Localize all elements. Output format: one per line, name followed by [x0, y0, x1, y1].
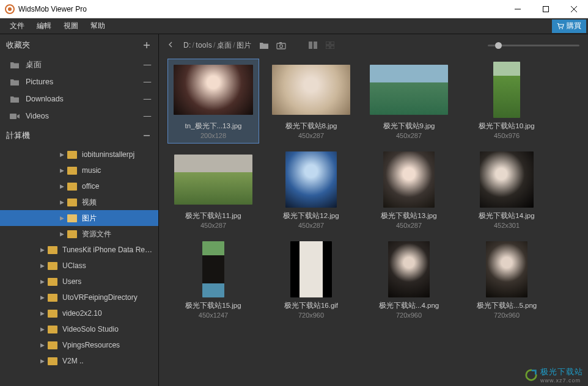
crumb-seg[interactable]: D: — [183, 41, 191, 49]
open-folder-button[interactable] — [259, 40, 269, 50]
chevron-right-icon: ▶ — [38, 263, 46, 269]
thumbnail-item[interactable]: 极光下载站...4.png720x960 — [363, 238, 455, 323]
thumbnail-size-slider[interactable] — [488, 45, 579, 46]
breadcrumb[interactable]: D:/tools/桌面/图片 — [183, 40, 252, 51]
svg-point-1 — [8, 7, 12, 11]
tree-item-label: 图片 — [82, 213, 153, 224]
thumbnail-dimensions: 450x287 — [200, 222, 226, 229]
favorite-label: Pictures — [26, 78, 53, 86]
folder-tree[interactable]: ▶iobituninstallerpj▶music▶office▶视频▶图片▶资… — [0, 147, 158, 386]
thumbnail-item[interactable]: 极光下载站16.gif720x960 — [265, 238, 357, 323]
remove-favorite-button[interactable]: — — [142, 78, 152, 86]
menu-file[interactable]: 文件 — [4, 18, 31, 34]
tree-item[interactable]: ▶资源文件 — [0, 226, 158, 242]
plus-icon — [143, 42, 150, 49]
svg-point-11 — [279, 45, 282, 48]
crumb-seg[interactable]: 图片 — [237, 41, 252, 49]
thumbnail-item[interactable]: 极光下载站15.jpg450x1247 — [167, 238, 259, 323]
tree-item[interactable]: ▶图片 — [0, 210, 158, 226]
crumb-seg[interactable]: tools — [196, 41, 212, 49]
computer-header: 計算機 — [0, 125, 158, 147]
thumbnail-item[interactable]: tn_极光下...13.jpg200x128 — [167, 59, 259, 144]
thumbnail-item[interactable]: 极光下载站11.jpg450x287 — [167, 148, 259, 233]
tree-item[interactable]: ▶视频 — [0, 194, 158, 210]
maximize-button[interactable] — [532, 0, 560, 18]
minimize-button[interactable] — [504, 0, 532, 18]
favorite-videos[interactable]: Videos— — [0, 107, 158, 125]
folder-icon — [67, 151, 77, 159]
tree-item[interactable]: ▶VideoSolo Studio — [0, 321, 158, 337]
tree-item-label: VpingsResources — [62, 341, 153, 349]
chevron-right-icon: ▶ — [38, 310, 46, 316]
nav-back-button[interactable] — [167, 41, 176, 49]
thumbnail-item[interactable]: 极光下载站14.jpg452x301 — [461, 148, 553, 233]
thumbnail-image — [480, 151, 534, 208]
svg-rect-18 — [331, 46, 334, 49]
close-button[interactable] — [560, 0, 588, 18]
menu-help[interactable]: 幫助 — [84, 18, 111, 34]
thumbnail-dimensions: 720x960 — [298, 311, 324, 319]
thumbnail-dimensions: 720x960 — [494, 311, 520, 319]
crumb-seg[interactable]: 桌面 — [217, 41, 232, 49]
remove-favorite-button[interactable]: — — [142, 112, 152, 120]
view-list-button[interactable] — [325, 40, 335, 50]
chevron-right-icon: ▶ — [57, 215, 66, 221]
folder-icon — [48, 246, 57, 254]
tree-item[interactable]: ▶VpingsResources — [0, 337, 158, 353]
tree-item[interactable]: ▶UtoVRFeipingDirectory — [0, 290, 158, 305]
tree-item[interactable]: ▶iobituninstallerpj — [0, 147, 158, 162]
tree-item-label: office — [82, 182, 153, 191]
tree-item-label: 视频 — [82, 197, 153, 208]
chevron-right-icon: ▶ — [38, 326, 46, 332]
thumbnail-dimensions: 200x128 — [200, 132, 226, 139]
chevron-right-icon: ▶ — [38, 294, 46, 300]
thumbnail-filename: 极光下载站13.jpg — [381, 211, 436, 220]
add-favorite-button[interactable] — [141, 40, 152, 51]
tree-item-label: music — [82, 166, 153, 175]
collapse-computer-button[interactable] — [141, 130, 152, 141]
menu-view[interactable]: 視圖 — [57, 18, 84, 34]
tree-item[interactable]: ▶music — [0, 162, 158, 178]
folder-icon — [10, 61, 20, 69]
pathbar: D:/tools/桌面/图片 — [159, 34, 588, 56]
favorite-label: Videos — [26, 112, 49, 120]
menu-edit[interactable]: 編輯 — [31, 18, 57, 34]
chevron-right-icon: ▶ — [38, 358, 46, 364]
thumbnail-item[interactable]: 极光下载站8.jpg450x287 — [265, 59, 357, 144]
thumbnail-filename: 极光下载站16.gif — [284, 301, 338, 310]
cart-icon — [557, 23, 564, 30]
tree-item[interactable]: ▶Users — [0, 274, 158, 290]
thumbnail-item[interactable]: 极光下载站9.jpg450x287 — [363, 59, 455, 144]
buy-button[interactable]: 購買 — [552, 20, 586, 33]
favorite-downloads[interactable]: Downloads— — [0, 90, 158, 107]
favorite-label: Downloads — [26, 95, 64, 103]
svg-point-7 — [562, 27, 563, 29]
svg-rect-10 — [277, 43, 285, 49]
thumbnail-image — [388, 241, 430, 297]
list-icon — [326, 42, 334, 49]
folder-icon — [48, 310, 57, 318]
tree-item-label: video2x2.10 — [62, 309, 153, 318]
thumbnail-item[interactable]: 极光下载站10.jpg450x976 — [461, 59, 553, 144]
remove-favorite-button[interactable]: — — [142, 95, 152, 103]
favorite-pictures[interactable]: Pictures— — [0, 73, 158, 90]
thumbnail-item[interactable]: 极光下载站13.jpg450x287 — [363, 148, 455, 233]
tree-item-label: V2M .. — [62, 357, 153, 365]
tree-item[interactable]: ▶office — [0, 178, 158, 194]
favorite-桌面[interactable]: 桌面— — [0, 56, 158, 73]
tree-item[interactable]: ▶TunesKit iPhone Data Recov... — [0, 242, 158, 258]
thumbnail-filename: 极光下载站15.jpg — [185, 301, 241, 310]
view-grid-button[interactable] — [308, 40, 318, 50]
titlebar: WidsMob Viewer Pro — [0, 0, 588, 18]
tree-item[interactable]: ▶video2x2.10 — [0, 305, 158, 321]
tree-item[interactable]: ▶UClass — [0, 258, 158, 274]
camera-import-button[interactable] — [276, 40, 286, 50]
chevron-right-icon: ▶ — [38, 279, 46, 285]
chevron-right-icon: ▶ — [57, 167, 66, 173]
tree-item[interactable]: ▶V2M .. — [0, 353, 158, 369]
sidebar: 收藏夾 桌面—Pictures—Downloads—Videos— 計算機 ▶i… — [0, 34, 159, 386]
remove-favorite-button[interactable]: — — [142, 60, 152, 69]
chevron-right-icon: ▶ — [57, 199, 66, 205]
thumbnail-item[interactable]: 极光下载站12.jpg450x287 — [265, 148, 357, 233]
thumbnail-item[interactable]: 极光下载站...5.png720x960 — [461, 238, 553, 323]
